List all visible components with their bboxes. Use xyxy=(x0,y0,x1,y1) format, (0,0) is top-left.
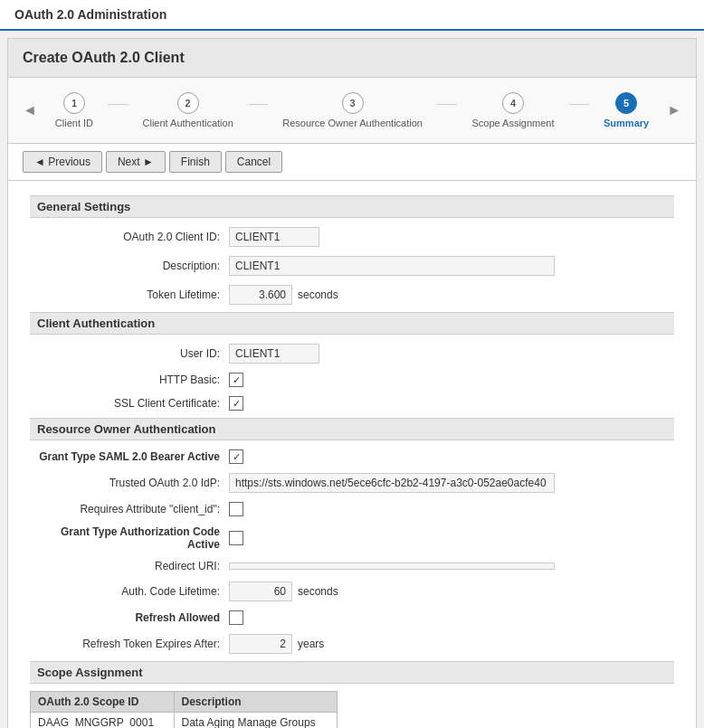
top-cancel-button[interactable]: Cancel xyxy=(225,151,282,173)
scope-description-cell: Data Aging Manage Groups xyxy=(174,713,337,729)
step-5[interactable]: 5 Summary xyxy=(604,92,649,128)
step-2[interactable]: 2 Client Authentication xyxy=(143,92,233,128)
app-header: OAuth 2.0 Administration xyxy=(0,0,704,31)
step-4-label: Scope Assignment xyxy=(471,118,554,128)
scope-table: OAuth 2.0 Scope ID Description DAAG_MNGG… xyxy=(30,691,338,728)
user-id-row: User ID: CLIENT1 xyxy=(30,342,674,365)
refresh-allowed-label: Refresh Allowed xyxy=(30,611,229,624)
top-finish-button[interactable]: Finish xyxy=(169,151,222,173)
token-lifetime-label: Token Lifetime: xyxy=(30,288,229,301)
scope-assignment-title: Scope Assignment xyxy=(30,661,674,684)
refresh-expires-row: Refresh Token Expires After: 2 years xyxy=(30,632,674,656)
grant-auth-code-label: Grant Type Authorization Code Active xyxy=(30,525,229,551)
content-area: General Settings OAuth 2.0 Client ID: CL… xyxy=(8,181,696,728)
grant-saml-label: Grant Type SAML 2.0 Bearer Active xyxy=(30,450,229,463)
redirect-uri-label: Redirect URI: xyxy=(30,560,229,572)
app-title: OAuth 2.0 Administration xyxy=(14,7,166,22)
description-label: Description: xyxy=(30,260,229,272)
scope-table-col1: OAuth 2.0 Scope ID xyxy=(31,692,175,713)
steps-wrapper: ◄ 1 Client ID 2 Client Authentication 3 … xyxy=(23,92,681,128)
step-connector-2 xyxy=(248,104,268,105)
step-1-label: Client ID xyxy=(55,118,93,128)
step-2-circle: 2 xyxy=(177,92,199,114)
redirect-uri-value xyxy=(229,563,555,570)
requires-attr-label: Requires Attribute "client_id": xyxy=(30,503,229,515)
page-container: Create OAuth 2.0 Client ◄ 1 Client ID 2 … xyxy=(7,38,697,728)
refresh-allowed-row: Refresh Allowed xyxy=(30,609,674,627)
step-3-label: Resource Owner Authentication xyxy=(282,118,423,128)
step-3[interactable]: 3 Resource Owner Authentication xyxy=(282,92,423,128)
auth-code-lifetime-label: Auth. Code Lifetime: xyxy=(30,585,229,598)
description-value: CLIENT1 xyxy=(229,256,555,276)
wizard-steps: ◄ 1 Client ID 2 Client Authentication 3 … xyxy=(8,78,696,144)
auth-code-lifetime-row: Auth. Code Lifetime: 60 seconds xyxy=(30,580,674,603)
step-5-label: Summary xyxy=(604,118,649,128)
trusted-idp-label: Trusted OAuth 2.0 IdP: xyxy=(30,477,229,489)
resource-owner-title: Resource Owner Authentication xyxy=(30,418,674,440)
ssl-cert-checkbox xyxy=(229,396,243,411)
top-next-button[interactable]: Next ► xyxy=(106,151,166,173)
trusted-idp-value: https://sts.windows.net/5ece6cfc-b2b2-41… xyxy=(229,473,555,493)
auth-code-lifetime-value: 60 xyxy=(229,581,292,601)
top-toolbar: ◄ Previous Next ► Finish Cancel xyxy=(8,144,696,181)
http-basic-row: HTTP Basic: xyxy=(30,371,674,389)
step-1-circle: 1 xyxy=(63,92,85,114)
steps-start-arrow: ◄ xyxy=(23,102,37,118)
user-id-label: User ID: xyxy=(30,347,229,360)
token-lifetime-row: Token Lifetime: 3.600 seconds xyxy=(30,283,674,307)
client-id-value: CLIENT1 xyxy=(229,227,319,247)
refresh-allowed-checkbox xyxy=(229,610,243,625)
client-id-row: OAuth 2.0 Client ID: CLIENT1 xyxy=(30,225,674,249)
grant-saml-row: Grant Type SAML 2.0 Bearer Active xyxy=(30,448,674,466)
refresh-expires-label: Refresh Token Expires After: xyxy=(30,638,229,650)
step-1[interactable]: 1 Client ID xyxy=(55,92,93,128)
http-basic-checkbox xyxy=(229,373,243,387)
page-title: Create OAuth 2.0 Client xyxy=(8,39,696,78)
ssl-cert-label: SSL Client Certificate: xyxy=(30,397,229,410)
client-auth-title: Client Authentication xyxy=(30,312,674,335)
step-4[interactable]: 4 Scope Assignment xyxy=(471,92,554,128)
top-previous-button[interactable]: ◄ Previous xyxy=(23,151,102,173)
requires-attr-checkbox xyxy=(229,502,243,516)
redirect-uri-row: Redirect URI: xyxy=(30,558,674,574)
step-connector-1 xyxy=(108,104,128,105)
grant-auth-code-checkbox xyxy=(229,531,243,545)
step-4-circle: 4 xyxy=(502,92,524,114)
client-id-label: OAuth 2.0 Client ID: xyxy=(30,231,229,243)
grant-auth-code-row: Grant Type Authorization Code Active xyxy=(30,524,674,553)
auth-code-lifetime-unit: seconds xyxy=(298,585,338,598)
ssl-cert-row: SSL Client Certificate: xyxy=(30,394,674,412)
step-2-label: Client Authentication xyxy=(143,118,233,128)
step-3-circle: 3 xyxy=(342,92,364,114)
scope-table-col2: Description xyxy=(174,692,337,713)
token-lifetime-unit: seconds xyxy=(298,288,338,301)
table-row: DAAG_MNGGRP_0001 Data Aging Manage Group… xyxy=(31,713,338,729)
step-connector-4 xyxy=(569,104,589,105)
refresh-expires-unit: years xyxy=(298,638,324,650)
token-lifetime-value: 3.600 xyxy=(229,285,292,305)
user-id-value: CLIENT1 xyxy=(229,344,319,364)
grant-saml-checkbox xyxy=(229,449,243,464)
steps-end-arrow: ► xyxy=(667,102,681,118)
description-row: Description: CLIENT1 xyxy=(30,254,674,278)
refresh-expires-value: 2 xyxy=(229,634,292,654)
step-5-circle: 5 xyxy=(615,92,637,114)
step-connector-3 xyxy=(437,104,457,105)
http-basic-label: HTTP Basic: xyxy=(30,373,229,386)
general-settings-title: General Settings xyxy=(30,195,674,218)
scope-id-cell: DAAG_MNGGRP_0001 xyxy=(31,713,175,729)
requires-attr-row: Requires Attribute "client_id": xyxy=(30,500,674,518)
trusted-idp-row: Trusted OAuth 2.0 IdP: https://sts.windo… xyxy=(30,471,674,495)
